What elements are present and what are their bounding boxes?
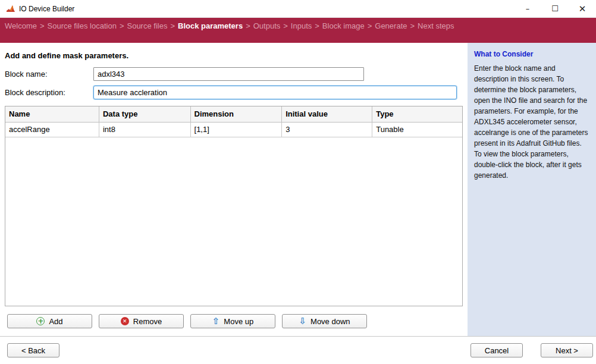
- breadcrumb-item-source-files-location[interactable]: Source files location: [48, 21, 117, 30]
- sidebar-body: Enter the block name and description in …: [474, 63, 589, 181]
- breadcrumb-separator: >: [37, 21, 48, 30]
- column-header-name: Name: [5, 106, 99, 122]
- table-row[interactable]: accelRange int8 [1,1] 3 Tunable: [5, 122, 462, 137]
- cell-initial-value[interactable]: 3: [282, 122, 372, 137]
- breadcrumb-item-block-image[interactable]: Block image: [322, 21, 365, 30]
- maximize-button[interactable]: ☐: [541, 0, 569, 17]
- cancel-button[interactable]: Cancel: [470, 343, 523, 357]
- window-title: IO Device Builder: [19, 5, 514, 13]
- breadcrumb-item-source-files[interactable]: Source files: [127, 21, 167, 30]
- breadcrumb-separator: >: [312, 21, 322, 30]
- add-button[interactable]: + Add: [7, 314, 92, 328]
- next-button[interactable]: Next >: [541, 343, 593, 357]
- block-name-input[interactable]: [93, 67, 364, 81]
- column-header-initial-value: Initial value: [282, 106, 372, 122]
- back-button[interactable]: < Back: [7, 343, 59, 357]
- move-up-button[interactable]: ⇧ Move up: [190, 314, 275, 328]
- app-icon: [6, 4, 15, 14]
- add-button-label: Add: [49, 317, 62, 326]
- help-sidebar: What to Consider Enter the block name an…: [468, 43, 596, 336]
- breadcrumb-separator: >: [280, 21, 291, 30]
- remove-button[interactable]: ✕ Remove: [99, 314, 184, 328]
- column-header-data-type: Data type: [99, 106, 190, 122]
- move-up-icon: ⇧: [212, 316, 220, 327]
- footer: < Back Cancel Next >: [0, 336, 596, 364]
- breadcrumb-separator: >: [407, 21, 418, 30]
- sidebar-title: What to Consider: [474, 49, 589, 59]
- breadcrumb-item-generate[interactable]: Generate: [375, 21, 407, 30]
- breadcrumb-separator: >: [365, 21, 375, 30]
- breadcrumb-item-welcome[interactable]: Welcome: [5, 21, 37, 30]
- column-header-dimension: Dimension: [190, 106, 282, 122]
- table-header-row: Name Data type Dimension Initial value T…: [5, 106, 462, 122]
- column-header-type: Type: [372, 106, 462, 122]
- page-heading: Add and define mask parameters.: [5, 51, 468, 60]
- cell-data-type[interactable]: int8: [99, 122, 190, 137]
- breadcrumb-item-outputs[interactable]: Outputs: [253, 21, 281, 30]
- breadcrumb-item-block-parameters[interactable]: Block parameters: [178, 21, 243, 30]
- breadcrumb-item-next-steps[interactable]: Next steps: [418, 21, 454, 30]
- breadcrumb-item-inputs[interactable]: Inputs: [291, 21, 312, 30]
- minimize-button[interactable]: –: [514, 0, 541, 17]
- breadcrumb-separator: >: [167, 21, 178, 30]
- close-button[interactable]: ✕: [569, 0, 596, 17]
- block-name-label: Block name:: [0, 70, 93, 79]
- cell-type[interactable]: Tunable: [372, 122, 462, 137]
- breadcrumb-separator: >: [117, 21, 127, 30]
- cell-dimension[interactable]: [1,1]: [190, 122, 282, 137]
- breadcrumb: Welcome>Source files location>Source fil…: [0, 18, 596, 43]
- window-titlebar: IO Device Builder – ☐ ✕: [0, 0, 596, 18]
- move-down-button[interactable]: ⇩ Move down: [282, 314, 367, 328]
- cell-name[interactable]: accelRange: [5, 122, 99, 137]
- move-down-icon: ⇩: [299, 316, 306, 327]
- block-description-input[interactable]: [93, 86, 457, 99]
- breadcrumb-separator: >: [243, 21, 253, 30]
- move-up-button-label: Move up: [224, 317, 253, 326]
- add-icon: +: [36, 317, 45, 325]
- remove-button-label: Remove: [133, 317, 162, 326]
- remove-icon: ✕: [121, 317, 129, 325]
- main-content: Add and define mask parameters. Block na…: [0, 43, 468, 336]
- parameters-table: Name Data type Dimension Initial value T…: [5, 106, 463, 306]
- move-down-button-label: Move down: [310, 317, 350, 326]
- block-description-label: Block description:: [0, 88, 93, 97]
